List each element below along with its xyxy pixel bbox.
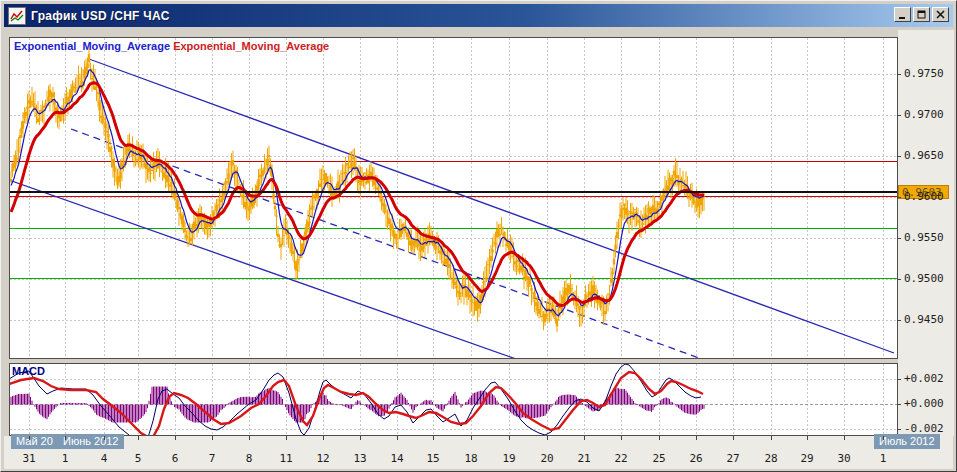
time-tick-4-2: 4 [89,452,119,465]
indicator-legend: Exponential_Moving_Average Exponential_M… [14,40,329,52]
time-tick-19-13: 19 [494,452,524,465]
minimize-icon [898,10,907,19]
time-tickmark [104,436,105,440]
time-tickmark [844,436,845,440]
price-tickmark [897,74,901,75]
time-tick-29-21: 29 [792,452,822,465]
price-tick-0.9700: 0.9700 [904,108,944,121]
price-tickmark [897,238,901,239]
time-tickmark [65,436,66,440]
time-tickmark [883,436,884,440]
maximize-icon [917,10,926,19]
title-bar[interactable]: График USD /CHF ЧАС [4,4,953,27]
time-tick-15-11: 15 [418,452,448,465]
chart-window: График USD /CHF ЧАС Exponential_Moving_A… [0,0,957,472]
time-tickmark [360,436,361,440]
time-tickmark [175,436,176,440]
time-tick-1-23: 1 [868,452,898,465]
ema-blue-legend: Exponential_Moving_Average [14,40,170,52]
maximize-button[interactable] [913,7,930,22]
time-tickmark [547,436,548,440]
time-tick-13-9: 13 [345,452,375,465]
price-tick-0.9550: 0.9550 [904,231,944,244]
chart-icon [8,7,26,25]
macd-tick-+0.002: +0.002 [904,372,944,385]
price-tickmark [897,156,901,157]
time-tickmark [471,436,472,440]
window-title: График USD /CHF ЧАС [31,9,170,23]
time-tick-26-18: 26 [681,452,711,465]
macd-tickmark [897,429,901,430]
price-tickmark [897,320,901,321]
time-tick-31-0: 31 [14,452,44,465]
time-tickmark [397,436,398,440]
time-tick-25-17: 25 [644,452,674,465]
time-tick-20-14: 20 [532,452,562,465]
time-tickmark [733,436,734,440]
time-tick-27-19: 27 [718,452,748,465]
time-tickmark [212,436,213,440]
month-label-june: Июнь 2012 [58,434,124,449]
macd-label: MACD [12,365,45,377]
month-label-may: Май 20 [11,434,58,449]
time-tickmark [584,436,585,440]
price-tick-0.9450: 0.9450 [904,313,944,326]
price-tick-0.9500: 0.9500 [904,272,944,285]
macd-tick--0.002: -0.002 [904,422,944,435]
price-tick-0.9750: 0.9750 [904,67,944,80]
main-gridlines [10,38,897,358]
ema-slow-line [11,83,704,306]
time-tickmark [509,436,510,440]
minimize-button[interactable] [894,7,911,22]
time-tickmark [138,436,139,440]
macd-main-line [10,364,701,435]
time-tick-18-12: 18 [456,452,486,465]
close-icon [936,10,945,19]
time-tickmark [433,436,434,440]
time-tickmark [696,436,697,440]
main-chart-panel[interactable] [9,37,898,359]
time-tick-28-20: 28 [756,452,786,465]
time-tick-7-5: 7 [197,452,227,465]
time-tick-12-8: 12 [308,452,338,465]
time-tickmark [29,436,30,440]
price-tickmark [897,115,901,116]
time-tick-6-4: 6 [160,452,190,465]
main-chart-canvas[interactable] [10,38,897,358]
macd-tick-+0.000: +0.000 [904,397,944,410]
time-tickmark [286,436,287,440]
time-tickmark [249,436,250,440]
trendline-0 [89,59,894,353]
time-tickmark [807,436,808,440]
macd-canvas[interactable] [10,364,897,435]
price-tickmark [897,279,901,280]
time-tick-1-1: 1 [50,452,80,465]
time-tick-11-7: 11 [271,452,301,465]
ema-red-legend: Exponential_Moving_Average [173,40,329,52]
time-tick-22-16: 22 [606,452,636,465]
close-button[interactable] [932,7,949,22]
time-tick-5-3: 5 [123,452,153,465]
time-tick-21-15: 21 [569,452,599,465]
macd-panel[interactable] [9,363,898,436]
trendline-2 [10,179,516,358]
macd-tickmark [897,404,901,405]
time-tick-14-10: 14 [382,452,412,465]
time-tick-8-6: 8 [234,452,264,465]
macd-tickmark [897,379,901,380]
price-tick-0.9650: 0.9650 [904,149,944,162]
price-tick-0.9600: 0.9600 [904,190,944,203]
price-tickmark [897,197,901,198]
time-tickmark [621,436,622,440]
time-tick-30-22: 30 [829,452,859,465]
time-tickmark [659,436,660,440]
time-tickmark [323,436,324,440]
candles-wicks [11,47,704,332]
time-tickmark [771,436,772,440]
